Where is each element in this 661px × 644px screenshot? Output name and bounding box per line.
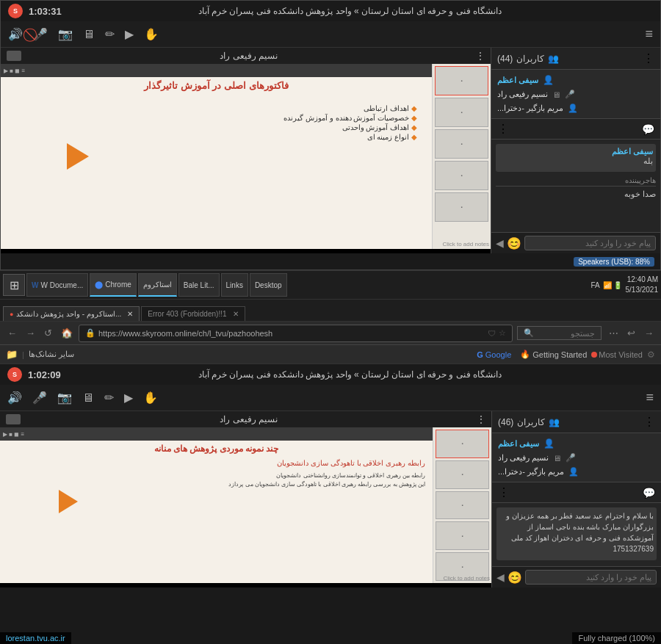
slide-topbar: ▶ ■ ◼ ≡ [1,64,432,77]
bookmark-separator1: | [22,350,24,359]
chat-more-icon-bottom[interactable]: ⋮ [498,485,510,499]
more-icon[interactable]: ⋯ [606,326,621,340]
user-item-2: 🎤 🖥 نسیم رفیعی راد [491,87,660,101]
nav-back2-icon[interactable]: ↩ [624,326,638,340]
mic-off-icon[interactable]: 🎤⃠ [33,27,48,41]
users-more-icon[interactable]: ⋮ [643,51,654,65]
skyroom-main-bottom: ⋮ نسیم رفیعی راد ▶ ■ ◼ ≡ چند نمونه موردی… [0,411,661,587]
thumb-bottom-1[interactable]: ▪ [436,430,489,458]
bookmark-started[interactable]: 🔥 Getting Started [520,350,587,359]
watermark: lorestan.tvu.ac.ir [0,632,71,644]
taskbar-word-btn[interactable]: W W Docume... [26,273,88,297]
hand-icon[interactable]: ✋ [144,27,159,41]
camera-icon-bottom[interactable]: 📷 [57,391,72,405]
thumb-2[interactable]: ▪ [435,98,488,127]
bookmarks-settings-icon[interactable]: ⚙ [647,350,655,360]
thumb-5[interactable]: ▪ [435,192,488,222]
users-label-top: کاربران [516,54,544,64]
menu-icon[interactable]: ≡ [645,26,653,42]
nav-refresh-icon[interactable]: ↺ [41,326,55,340]
tab2-close[interactable]: ✕ [233,310,239,318]
users-icon-bottom: 👥 [549,417,560,427]
chat-input-top[interactable] [524,236,656,250]
volume-icon-bottom[interactable]: 🔊 [7,391,22,405]
browser-bookmarks-bar: 📁 | سایر نشانک‌ها G Google 🔥 Getting Sta… [0,345,661,364]
nav-forward-icon[interactable]: → [23,326,38,340]
chat-messages-top: سیفی اعظم بله هاجرپیننده صدا خوبه [491,140,660,232]
slide-title-top: فاکتورهای اصلی در آموزش تاثیرگذار [8,80,425,91]
slide-content-bottom: ▶ ■ ◼ ≡ چند نمونه موردی پژوهش های منانه … [0,427,491,583]
slide-main-content-bottom: چند نمونه موردی پژوهش های منانه رابطه ره… [0,427,433,583]
user-name-1: سیفی اعظم [497,76,538,85]
bookmark-google[interactable]: G Google [477,350,511,359]
taskbar-bale-btn[interactable]: Bale Lit... [178,273,220,297]
most-visited-label: Most Visited [599,350,643,359]
bullet-1: اهداف ارتباطی [8,104,425,112]
taskbar-links-btn[interactable]: Links [221,273,248,297]
thumb-bottom-2[interactable]: ▪ [436,460,489,489]
pen-icon[interactable]: ✏ [105,27,115,41]
thumb-3[interactable]: ▪ [435,129,488,159]
slide2-subtitle: رابطه رهبری اخلاقی با تاهودگی سازی دانشج… [7,458,425,468]
visited-dot-icon [591,352,597,358]
nav-home-icon[interactable]: 🏠 [58,326,76,340]
screen-icon-small-bottom [6,414,21,424]
more-options-icon-bottom[interactable]: ⋮ [477,414,485,424]
bale-label: Bale Lit... [184,281,214,289]
url-text: https://www.skyroom.online/ch/l_tvu/pazh… [98,329,272,338]
bookmark-most-visited[interactable]: Most Visited [591,350,643,359]
screen-share-icon[interactable]: 🖥 [83,28,95,41]
volume-icon[interactable]: 🔊 [8,27,23,41]
taskbar-word-label: W Docume... [40,281,83,289]
thumb-bottom-4[interactable]: ▪ [436,521,489,550]
browser-tab-2[interactable]: Error 403 (Forbidden)!!1 ✕ [141,306,245,321]
tab1-label: استاکروم - واحد پژوهش دانشکد... [16,310,121,318]
pen-icon-bottom[interactable]: ✏ [104,391,114,405]
screen-share-icon-bottom[interactable]: 🖥 [82,391,94,405]
user-admin-icon-bottom-1: 👤 [543,438,555,449]
chat-send-icon-top[interactable]: ◀ [496,237,504,249]
chat-emoji-icon-top[interactable]: 😊 [507,236,521,250]
hand-icon-bottom[interactable]: ✋ [143,391,158,405]
user-item-bottom-2: 🎤 🖥 نسیم رفیعی راد [492,451,661,465]
mic-off-icon-bottom[interactable]: 🎤 [32,391,47,405]
tab1-close[interactable]: ✕ [127,310,133,318]
screen-icon-small [7,51,21,61]
chat-icon-bottom: 💬 [643,487,655,499]
thumb-bottom-3[interactable]: ▪ [436,491,489,520]
search-bar[interactable]: 🔍 [517,326,602,340]
nav-back-icon[interactable]: ← [4,326,20,340]
users-more-icon-bottom[interactable]: ⋮ [643,415,655,429]
chat-more-icon[interactable]: ⋮ [497,122,509,136]
chat-input-area-bottom: ◀ 😊 [492,566,661,587]
taskbar-skyroom-btn[interactable]: استاکروم [138,273,177,297]
menu-icon-bottom[interactable]: ≡ [646,390,654,405]
bookmark-other[interactable]: سایر نشانک‌ها [29,350,74,359]
play-icon-bottom[interactable]: ▶ [124,391,133,405]
titlebar-left: S 1:03:31 [8,4,62,18]
nav-forward2-icon[interactable]: → [641,326,657,340]
start-button[interactable]: ⊞ [3,274,25,296]
links-label: Links [226,281,243,289]
search-input[interactable] [536,329,595,338]
slide-thumbnails-top: ▪ ▪ ▪ ▪ ▪ [432,64,491,249]
chat-input-bottom[interactable] [525,570,657,585]
url-bar[interactable]: 🔒 https://www.skyroom.online/ch/l_tvu/pa… [79,325,513,342]
started-icon: 🔥 [520,350,530,359]
star-icon[interactable]: ☆ [499,328,506,338]
user-item-1: 👤 سیفی اعظم [491,73,660,87]
chat-send-icon-bottom[interactable]: ◀ [496,571,505,583]
thumb-4[interactable]: ▪ [435,161,488,190]
browser-tab-1[interactable]: ● استاکروم - واحد پژوهش دانشکد... ✕ [3,306,140,321]
chat-emoji-icon-bottom[interactable]: 😊 [508,571,522,585]
thumb-1[interactable]: ▪ [435,66,488,95]
play-icon[interactable]: ▶ [125,27,134,41]
lock-icon: 🔒 [85,328,95,338]
taskbar-chrome-btn[interactable]: ⬤ Chrome [90,273,137,297]
window-title-bottom: دانشگاه فنی و حرفه ای استان لرستان ‌» وا… [198,369,502,380]
more-options-icon[interactable]: ⋮ [476,51,485,61]
bookmarks-folder-icon[interactable]: 📁 [6,349,18,360]
taskbar-desktop-btn[interactable]: Desktop [250,273,287,297]
camera-icon[interactable]: 📷 [58,27,73,41]
chat-divider2-top: صدا خوبه [496,189,656,199]
